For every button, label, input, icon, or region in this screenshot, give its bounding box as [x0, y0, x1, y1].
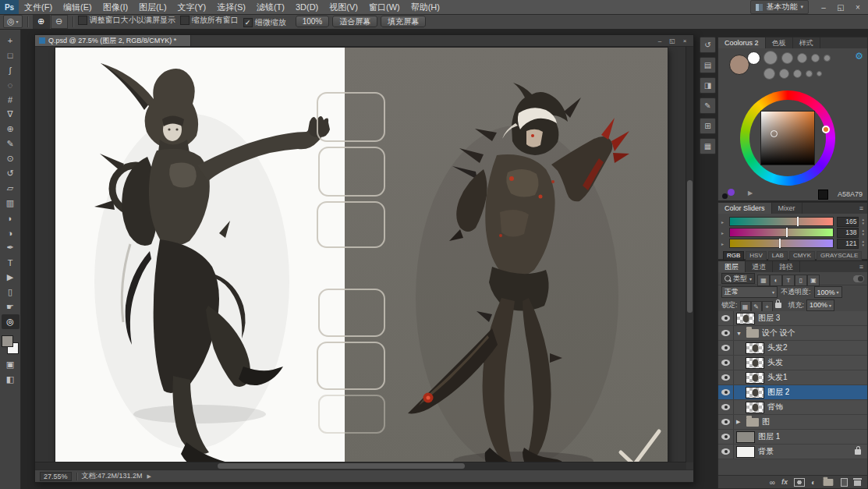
brush-dot[interactable]: [779, 69, 789, 79]
layer-style-icon[interactable]: fx: [781, 478, 788, 486]
accent-color-dot[interactable]: [728, 189, 735, 196]
green-slider[interactable]: ▸138▴▾: [721, 227, 864, 238]
layer-group-row[interactable]: ▶图: [718, 415, 867, 430]
menu-item-10[interactable]: 帮助(H): [406, 2, 445, 13]
mode-tab-hsv[interactable]: HSV: [746, 251, 766, 260]
visibility-toggle[interactable]: [718, 311, 734, 325]
restore-button[interactable]: ◱: [832, 3, 849, 12]
minimize-button[interactable]: –: [815, 3, 832, 12]
quick-selection-tool[interactable]: ◌: [2, 77, 19, 92]
brush-panel-icon[interactable]: ✎: [700, 97, 716, 114]
layer-thumbnail[interactable]: [736, 431, 755, 443]
green-slider-spinner[interactable]: ▴▾: [862, 229, 864, 236]
color-panel-tab-2[interactable]: 样式: [793, 37, 820, 48]
visibility-toggle[interactable]: [718, 370, 734, 384]
opacity-value[interactable]: 100% ▾: [814, 286, 842, 298]
visibility-toggle[interactable]: [718, 341, 734, 355]
mode-tab-rgb[interactable]: RGB: [723, 251, 744, 260]
shape-tool[interactable]: ▯: [2, 285, 19, 299]
red-slider-value[interactable]: 165: [837, 217, 859, 227]
layer-row[interactable]: 图层 3: [718, 311, 867, 326]
gear-icon[interactable]: ⚙: [855, 51, 863, 62]
visibility-toggle[interactable]: [718, 430, 734, 444]
filter-type-dropdown[interactable]: 类型 ▾: [721, 273, 755, 284]
brush-dot[interactable]: [763, 51, 778, 65]
info-panel-icon[interactable]: ◨: [700, 77, 716, 94]
brush-dot[interactable]: [824, 55, 831, 62]
active-tool-preset[interactable]: ◎ ▾: [3, 15, 23, 28]
lasso-tool[interactable]: ʃ: [2, 62, 19, 77]
layer-row[interactable]: 头发: [718, 356, 867, 370]
color-selection-marker[interactable]: [771, 130, 778, 137]
brush-dot[interactable]: [811, 54, 820, 62]
hand-tool[interactable]: ☛: [2, 299, 19, 314]
layer-row[interactable]: 图层 2: [718, 385, 867, 400]
menu-item-1[interactable]: 编辑(E): [58, 2, 97, 13]
green-slider-track[interactable]: [729, 228, 834, 237]
layer-thumbnail[interactable]: [746, 372, 764, 384]
zoom-tool[interactable]: ◎: [2, 314, 19, 329]
filter-adjustment-layers-icon[interactable]: ◐: [770, 275, 782, 286]
sliders-panel-tab-1[interactable]: Mixer: [772, 203, 802, 214]
add-layer-mask-icon[interactable]: [794, 478, 805, 487]
visibility-toggle[interactable]: [718, 356, 734, 370]
hue-ring-marker[interactable]: [822, 126, 830, 133]
filter-pixel-layers-icon[interactable]: ▦: [757, 275, 770, 286]
fill-value[interactable]: 100% ▾: [806, 299, 834, 311]
link-layers-icon[interactable]: ∞: [770, 478, 775, 487]
visibility-toggle[interactable]: [718, 400, 734, 414]
menu-item-4[interactable]: 文字(Y): [172, 2, 212, 13]
green-slider-value[interactable]: 138: [837, 228, 859, 238]
blue-slider-spinner[interactable]: ▴▾: [862, 239, 864, 247]
color-swatches[interactable]: [2, 335, 19, 354]
group-collapsed-icon[interactable]: ▶: [736, 419, 743, 425]
brush-dot[interactable]: [763, 68, 775, 80]
clone-source-panel-icon[interactable]: ⊞: [700, 118, 716, 134]
saturation-value-square[interactable]: [760, 111, 815, 165]
filter-toggle[interactable]: [853, 275, 864, 282]
dodge-tool[interactable]: ◑: [2, 225, 19, 240]
filter-smart-objects-icon[interactable]: ▣: [807, 275, 820, 286]
red-slider-track[interactable]: [729, 217, 834, 226]
zoom-out-mode-button[interactable]: ⊖: [51, 15, 68, 29]
menu-item-8[interactable]: 视图(V): [324, 2, 363, 13]
layers-panel-menu-icon[interactable]: ≡: [856, 261, 867, 272]
layer-row[interactable]: 背饰: [718, 400, 867, 415]
scrollbar-thumb[interactable]: [687, 180, 693, 314]
spinner-down-icon[interactable]: ▾: [862, 243, 864, 247]
doc-minimize-button[interactable]: –: [654, 37, 665, 44]
resize-windows-checkbox[interactable]: 调整窗口大小以满屏显示: [78, 15, 175, 26]
layer-thumbnail[interactable]: [736, 446, 755, 458]
accent-color-dot[interactable]: [722, 193, 728, 199]
crop-tool[interactable]: #: [2, 92, 19, 107]
healing-brush-tool[interactable]: ⊕: [2, 122, 19, 136]
eyedropper-tool[interactable]: ∇: [2, 107, 19, 122]
clone-stamp-tool[interactable]: ⊙: [2, 151, 19, 166]
checkbox-icon[interactable]: [180, 16, 190, 25]
play-icon[interactable]: ▶: [748, 190, 753, 197]
doc-close-button[interactable]: ×: [679, 37, 690, 44]
character-panel-icon[interactable]: ▦: [700, 138, 716, 154]
blur-tool[interactable]: ◗: [2, 211, 19, 225]
blue-slider[interactable]: ▸121▴▾: [721, 238, 864, 249]
properties-panel-icon[interactable]: ▤: [700, 57, 716, 73]
workspace-switcher[interactable]: 基本功能 ▾: [750, 0, 809, 14]
path-selection-tool[interactable]: ▶: [2, 270, 19, 285]
blue-slider-track[interactable]: [729, 239, 834, 248]
brush-dot[interactable]: [817, 71, 822, 76]
blue-slider-value[interactable]: 121: [837, 239, 859, 249]
layer-row[interactable]: 头发2: [718, 341, 867, 356]
checkbox-icon[interactable]: [78, 16, 87, 25]
green-slider-thumb[interactable]: [786, 228, 788, 237]
layer-row[interactable]: 图层 1: [718, 430, 867, 445]
menu-item-5[interactable]: 选择(S): [211, 2, 251, 13]
adjustment-layer-icon[interactable]: ◐: [811, 478, 816, 487]
menu-item-0[interactable]: 文件(F): [19, 2, 58, 13]
foreground-color-swatch[interactable]: [2, 335, 13, 347]
status-popup-arrow[interactable]: ▶: [147, 473, 151, 480]
sliders-panel-menu-icon[interactable]: ≡: [856, 203, 867, 214]
menu-item-3[interactable]: 图层(L): [133, 2, 172, 13]
red-slider[interactable]: ▸165▴▾: [721, 216, 864, 227]
slider-arrow-icon[interactable]: ▸: [721, 219, 726, 225]
history-panel-icon[interactable]: ↺: [700, 37, 716, 53]
